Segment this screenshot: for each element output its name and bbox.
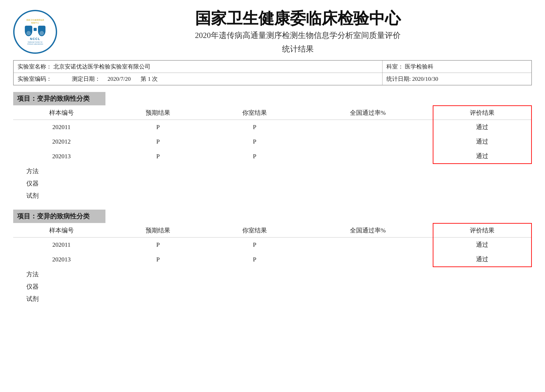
stat-date-cell: 统计日期: 2020/10/30: [382, 73, 532, 85]
stat-date-label: 统计日期:: [386, 76, 411, 82]
cell-sample: 202013: [13, 149, 110, 164]
subtitle-line2: 统计结果: [64, 43, 532, 55]
logo-top-text: 国家卫生健康委临床检验中心: [26, 19, 44, 24]
cell-eval: 通过: [433, 134, 531, 149]
subtitle-line1: 2020年遗传病高通量测序检测生物信息学分析室间质量评价: [64, 30, 532, 41]
lab-code-label: 实验室编码：: [18, 76, 52, 82]
cell-lab: P: [206, 252, 303, 267]
cell-rate: [303, 120, 433, 134]
section-1: 项目：变异的致病性分类 样本编号 预期结果 你室结果 全国通过率% 评价结果 2…: [13, 92, 532, 201]
col-header-expected1: 预期结果: [110, 106, 206, 120]
section2-method: 方法: [13, 267, 532, 279]
section1-reagent: 试剂: [13, 188, 532, 201]
section-2: 项目：变异的致病性分类 样本编号 预期结果 你室结果 全国通过率% 评价结果 2…: [13, 210, 532, 304]
table-row: 202011 P P 通过: [13, 120, 532, 134]
cell-eval: 通过: [433, 149, 531, 164]
cell-eval: 通过: [433, 252, 531, 267]
cell-sample: 202011: [13, 237, 110, 252]
logo-bottom-text: National Center forClinical Laboratories: [27, 41, 43, 45]
main-title: 国家卫生健康委临床检验中心: [64, 9, 532, 28]
section2-instrument: 仪器: [13, 279, 532, 292]
header-text-block: 国家卫生健康委临床检验中心 2020年遗传病高通量测序检测生物信息学分析室间质量…: [64, 9, 532, 55]
cell-lab: P: [206, 134, 303, 149]
dept-cell: 科室： 医学检验科: [382, 60, 532, 73]
section1-table: 样本编号 预期结果 你室结果 全国通过率% 评价结果 202011 P P 通过…: [13, 105, 532, 164]
lab-name-value: 北京安诺优达医学检验实验室有限公司: [53, 63, 150, 70]
section2-table: 样本编号 预期结果 你室结果 全国通过率% 评价结果 202011 P P 通过…: [13, 223, 532, 267]
table-row: 202013 P P 通过: [13, 149, 532, 164]
cell-eval: 通过: [433, 237, 531, 252]
round-value: 1: [148, 76, 151, 82]
cell-lab: P: [206, 120, 303, 134]
round-suffix: 次: [152, 76, 158, 82]
cell-rate: [303, 237, 433, 252]
table-row: 202011 P P 通过: [13, 237, 532, 252]
col-header-lab2: 你室结果: [206, 223, 303, 237]
col-header-lab1: 你室结果: [206, 106, 303, 120]
col-header-sample2: 样本编号: [13, 223, 110, 237]
dept-label: 科室：: [386, 63, 403, 70]
lab-name-label: 实验室名称：: [18, 63, 52, 70]
cell-expected: P: [110, 237, 206, 252]
cell-sample: 202011: [13, 120, 110, 134]
section2-reagent: 试剂: [13, 292, 532, 304]
section1-method: 方法: [13, 164, 532, 176]
section1-instrument: 仪器: [13, 176, 532, 188]
logo-abbr: NCCL: [30, 37, 40, 41]
round-label: 第: [141, 76, 146, 82]
section2-header: 项目：变异的致病性分类: [13, 210, 105, 223]
measure-date-value: 2020/7/20: [108, 76, 131, 82]
binoculars-icon: [25, 26, 45, 36]
col-header-sample1: 样本编号: [13, 106, 110, 120]
measure-date-label: 测定日期：: [72, 76, 100, 82]
stat-date-value: 2020/10/30: [412, 76, 438, 82]
cell-eval: 通过: [433, 120, 531, 134]
col-header-expected2: 预期结果: [110, 223, 206, 237]
cell-sample: 202012: [13, 134, 110, 149]
lab-code-measure-cell: 实验室编码： 测定日期： 2020/7/20 第 1 次: [13, 73, 382, 85]
cell-expected: P: [110, 120, 206, 134]
cell-rate: [303, 134, 433, 149]
cell-rate: [303, 252, 433, 267]
cell-lab: P: [206, 237, 303, 252]
dept-value: 医学检验科: [405, 63, 434, 70]
cell-lab: P: [206, 149, 303, 164]
table-row: 202013 P P 通过: [13, 252, 532, 267]
cell-sample: 202013: [13, 252, 110, 267]
cell-expected: P: [110, 252, 206, 267]
cell-rate: [303, 149, 433, 164]
lab-name-cell: 实验室名称： 北京安诺优达医学检验实验室有限公司: [13, 60, 382, 73]
page-header: 国家卫生健康委临床检验中心 NCCL National Center forCl…: [13, 9, 532, 55]
table-row: 202012 P P 通过: [13, 134, 532, 149]
section1-header: 项目：变异的致病性分类: [13, 92, 105, 105]
col-header-rate2: 全国通过率%: [303, 223, 433, 237]
cell-expected: P: [110, 149, 206, 164]
logo: 国家卫生健康委临床检验中心 NCCL National Center forCl…: [13, 10, 57, 54]
col-header-rate1: 全国通过率%: [303, 106, 433, 120]
col-header-eval1: 评价结果: [433, 106, 531, 120]
col-header-eval2: 评价结果: [433, 223, 531, 237]
cell-expected: P: [110, 134, 206, 149]
info-table: 实验室名称： 北京安诺优达医学检验实验室有限公司 科室： 医学检验科 实验室编码…: [13, 60, 532, 85]
